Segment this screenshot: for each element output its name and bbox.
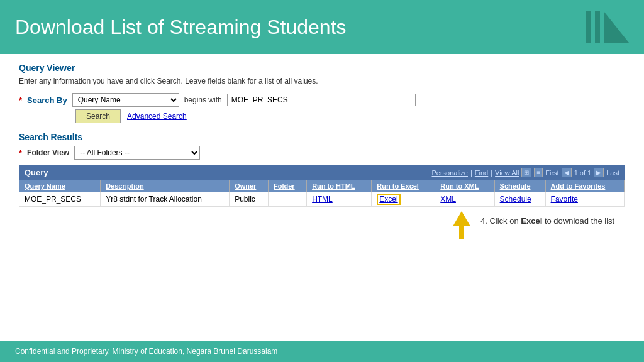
col-favorites-link[interactable]: Add to Favorites (551, 182, 606, 190)
folder-required-star: * (19, 148, 22, 158)
nav-icon-list: ≡ (534, 168, 543, 177)
results-table: Query Name Description Owner Folder Run … (19, 180, 625, 207)
col-run-html-link[interactable]: Run to HTML (312, 182, 355, 190)
schedule-link[interactable]: Schedule (500, 195, 531, 204)
cell-run-xml: XML (435, 192, 494, 207)
header-decoration (586, 11, 629, 43)
query-viewer-title: Query Viewer (19, 63, 625, 73)
arrow-shaft (459, 226, 464, 239)
view-all-link[interactable]: View All (495, 169, 519, 177)
col-run-xml-link[interactable]: Run to XML (440, 182, 479, 190)
bar-icon-1 (586, 11, 591, 43)
query-table-container: Query Personalize | Find | View All ⊞ ≡ … (19, 165, 625, 207)
search-by-select[interactable]: Query Name Description Owner Folder (72, 93, 179, 107)
folder-view-row: * Folder View -- All Folders -- (19, 146, 625, 160)
search-input[interactable] (227, 94, 416, 106)
folder-view-select[interactable]: -- All Folders -- (74, 146, 200, 160)
first-label: First (545, 169, 558, 177)
search-results-section: Search Results * Folder View -- All Fold… (19, 132, 625, 207)
run-xml-link[interactable]: XML (440, 195, 456, 204)
col-run-xml: Run to XML (435, 180, 494, 192)
favorites-link[interactable]: Favorite (551, 195, 578, 204)
page-header: Download List of Streaming Students (0, 0, 644, 54)
col-folder-link[interactable]: Folder (274, 182, 295, 190)
col-owner-link[interactable]: Owner (235, 182, 256, 190)
col-query-name-link[interactable]: Query Name (25, 182, 65, 190)
run-html-link[interactable]: HTML (312, 195, 333, 204)
query-table-header: Query Personalize | Find | View All ⊞ ≡ … (19, 165, 625, 180)
next-page-icon[interactable]: ▶ (594, 168, 604, 177)
query-viewer-description: Enter any information you have and click… (19, 77, 625, 85)
annotation-bold: Excel (521, 216, 542, 226)
query-table-controls: Personalize | Find | View All ⊞ ≡ First … (432, 168, 620, 177)
folder-view-label: Folder View (27, 148, 69, 157)
cell-run-excel: Excel (372, 192, 435, 207)
col-description: Description (101, 180, 230, 192)
table-header-row: Query Name Description Owner Folder Run … (19, 180, 625, 192)
col-schedule-link[interactable]: Schedule (500, 182, 531, 190)
col-favorites: Add to Favorites (545, 180, 624, 192)
nav-icon-grid: ⊞ (521, 168, 531, 177)
search-by-row: * Search By Query Name Description Owner… (19, 93, 625, 107)
annotation-text: 4. Click on Excel to download the list (480, 211, 614, 226)
annotation-prefix: 4. Click on (480, 216, 521, 226)
main-content: Query Viewer Enter any information you h… (0, 54, 644, 248)
col-schedule: Schedule (494, 180, 545, 192)
run-excel-link[interactable]: Excel (377, 194, 400, 205)
advanced-search-link[interactable]: Advanced Search (127, 112, 187, 121)
cell-query-name: MOE_PR_SECS (19, 192, 101, 207)
col-run-excel-link[interactable]: Run to Excel (377, 182, 419, 190)
page-footer: Confidential and Proprietary, Ministry o… (0, 341, 644, 362)
begins-with-label: begins with (184, 96, 222, 104)
col-description-link[interactable]: Description (106, 182, 144, 190)
col-run-html: Run to HTML (307, 180, 372, 192)
annotation-area: 4. Click on Excel to download the list (19, 211, 625, 239)
cell-favorites: Favorite (545, 192, 624, 207)
triangle-icon (604, 11, 629, 43)
find-link[interactable]: Find (475, 169, 488, 177)
annotation-suffix: to download the list (542, 216, 614, 226)
buttons-row: Search Advanced Search (75, 109, 625, 123)
required-star: * (19, 96, 22, 105)
search-results-title: Search Results (19, 132, 625, 142)
arrow-annotation (453, 211, 470, 239)
page-info: 1 of 1 (574, 169, 592, 177)
query-table-title: Query (25, 168, 48, 177)
cell-owner: Public (230, 192, 269, 207)
prev-page-icon[interactable]: ◀ (562, 168, 572, 177)
cell-folder (269, 192, 307, 207)
search-button[interactable]: Search (75, 109, 121, 123)
cell-schedule: Schedule (494, 192, 545, 207)
table-row: MOE_PR_SECS Yr8 stdnt for Track Allocati… (19, 192, 625, 207)
last-label: Last (606, 169, 619, 177)
col-folder: Folder (269, 180, 307, 192)
search-by-label: Search By (27, 96, 67, 105)
col-run-excel: Run to Excel (372, 180, 435, 192)
footer-text: Confidential and Proprietary, Ministry o… (15, 347, 277, 356)
col-query-name: Query Name (19, 180, 101, 192)
bar-icon-2 (595, 11, 600, 43)
cell-run-html: HTML (307, 192, 372, 207)
arrow-up-icon (453, 211, 470, 226)
page-title: Download List of Streaming Students (15, 16, 347, 39)
cell-description: Yr8 stdnt for Track Allocation (101, 192, 230, 207)
personalize-link[interactable]: Personalize (432, 169, 468, 177)
col-owner: Owner (230, 180, 269, 192)
